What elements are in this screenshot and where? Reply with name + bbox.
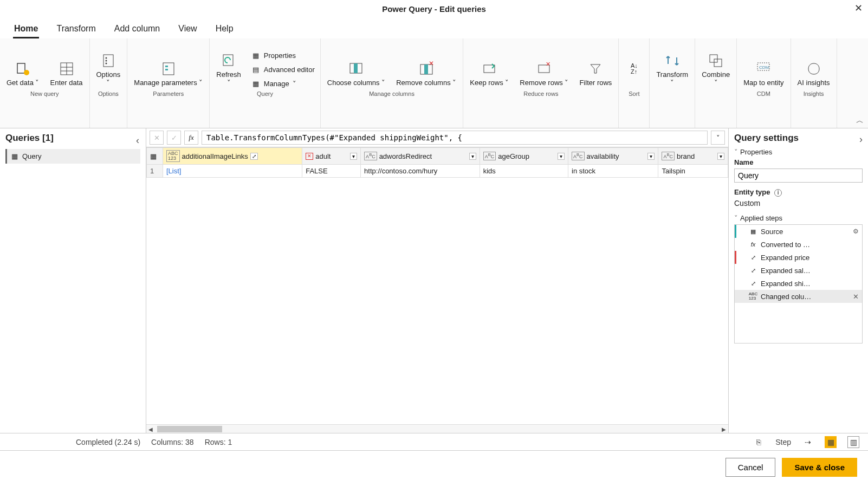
formula-input[interactable] [202, 131, 708, 145]
step-label: Expanded shi… [761, 280, 811, 288]
ribbon-group-parameters: Manage parameters ˅ Parameters [127, 38, 210, 128]
cancel-formula-icon[interactable]: ✕ [150, 131, 164, 145]
applied-step[interactable]: fxConverted to … [735, 238, 862, 251]
chevron-down-icon[interactable]: ˅ [734, 214, 738, 222]
cell[interactable]: Tailspin [658, 165, 728, 178]
accept-formula-icon[interactable]: ✓ [167, 131, 181, 145]
applied-step[interactable]: ⤢Expanded sal… [735, 264, 862, 277]
tab-help[interactable]: Help [215, 21, 235, 38]
choose-columns-button[interactable]: Choose columns ˅ [324, 58, 388, 89]
column-header-adult[interactable]: ✕adult▾ [302, 148, 361, 165]
properties-button[interactable]: ▦Properties [249, 49, 317, 61]
close-icon[interactable]: ✕ [854, 2, 863, 14]
horizontal-scrollbar[interactable]: ◀ ▶ [146, 424, 728, 433]
fx-icon[interactable]: fx [184, 131, 198, 145]
grid-view-icon[interactable]: ▦ [825, 436, 837, 448]
database-icon [14, 60, 31, 77]
combine-button[interactable]: Combine˅ [698, 50, 733, 89]
applied-step[interactable]: ▦Source⚙ [735, 225, 862, 238]
column-filter-icon[interactable]: ▾ [469, 153, 476, 160]
expand-formula-icon[interactable]: ˅ [711, 131, 725, 145]
svg-point-9 [105, 62, 107, 64]
column-header-availability[interactable]: ABCavailability▾ [568, 148, 658, 165]
tab-home[interactable]: Home [13, 21, 39, 38]
column-filter-icon[interactable]: ▾ [717, 153, 724, 160]
enter-data-button[interactable]: Enter data [47, 58, 86, 89]
transform-button[interactable]: Transform˅ [653, 50, 691, 89]
map-to-entity-button[interactable]: CDM Map to entity [740, 58, 787, 89]
get-data-button[interactable]: Get data ˅ [3, 58, 43, 89]
table-corner[interactable]: ▦ [147, 148, 163, 165]
column-header-ageGroup[interactable]: ABCageGroup▾ [480, 148, 568, 165]
save-close-button[interactable]: Save & close [782, 458, 857, 477]
text-type-icon: ABC [572, 152, 585, 160]
applied-step[interactable]: ⤢Expanded price [735, 251, 862, 264]
step-icon: ⤢ [749, 279, 757, 288]
ribbon-group-reduce-rows: Keep rows ˅ ✕ Remove rows ˅ Filter rows … [463, 38, 619, 128]
ribbon-group-new-query: Get data ˅ Enter data New query [0, 38, 90, 128]
sort-icon: A↓Z↑ [625, 60, 643, 77]
cell[interactable]: kids [480, 165, 568, 178]
tab-transform[interactable]: Transform [55, 21, 96, 38]
schema-view-icon[interactable]: ▥ [847, 436, 859, 448]
status-completed: Completed (2.24 s) [76, 438, 140, 446]
cancel-button[interactable]: Cancel [726, 458, 776, 477]
info-icon[interactable]: i [774, 189, 782, 197]
delete-step-icon[interactable]: ✕ [853, 293, 859, 301]
cell[interactable]: [List] [163, 165, 302, 178]
column-name: brand [677, 152, 695, 160]
column-header-adwordsRedirect[interactable]: ABCadwordsRedirect▾ [361, 148, 480, 165]
cell[interactable]: FALSE [302, 165, 361, 178]
diagram-view-icon[interactable]: ⇢ [802, 436, 814, 448]
tab-add-column[interactable]: Add column [113, 21, 161, 38]
column-name: ageGroup [498, 152, 529, 160]
scroll-left-icon[interactable]: ◀ [146, 425, 155, 433]
title-bar: Power Query - Edit queries ✕ [0, 0, 868, 17]
svg-text:CDM: CDM [759, 65, 769, 70]
query-item-label: Query [22, 152, 41, 160]
column-filter-icon[interactable]: ▾ [558, 153, 565, 160]
keep-rows-button[interactable]: Keep rows ˅ [467, 58, 512, 89]
remove-rows-button[interactable]: ✕ Remove rows ˅ [516, 58, 572, 89]
column-header-additionalImageLinks[interactable]: ABC123additionalImageLinks⤢ [163, 148, 302, 165]
combine-icon [707, 52, 724, 69]
chevron-down-icon[interactable]: ˅ [734, 148, 738, 156]
bool-type-icon: ✕ [306, 153, 313, 160]
remove-columns-button[interactable]: ✕ Remove columns ˅ [393, 58, 459, 89]
manage-query-button[interactable]: ▦Manage ˅ [249, 77, 317, 89]
sort-button[interactable]: A↓Z↑ [622, 58, 646, 89]
refresh-button[interactable]: Refresh˅ [213, 50, 244, 89]
options-button[interactable]: Options˅ [93, 50, 124, 89]
expand-column-icon[interactable]: ⤢ [250, 153, 258, 160]
scroll-right-icon[interactable]: ▶ [720, 425, 728, 433]
cell[interactable]: http://contoso.com/hury [361, 165, 480, 178]
applied-step[interactable]: ⤢Expanded shi… [735, 277, 862, 290]
column-name: adwordsRedirect [379, 152, 432, 160]
applied-step[interactable]: ABC123Changed colu…✕ [735, 290, 862, 303]
ribbon-group-insights: AI insights Insights [791, 38, 837, 128]
collapse-ribbon-icon[interactable]: ︿ [856, 116, 864, 126]
expand-settings-icon[interactable]: › [859, 134, 863, 145]
step-view-icon[interactable]: ⎘ [753, 436, 765, 448]
ai-insights-button[interactable]: AI insights [794, 58, 833, 89]
column-header-brand[interactable]: ABCbrand▾ [658, 148, 728, 165]
cell[interactable]: in stock [568, 165, 658, 178]
status-columns: Columns: 38 [151, 438, 194, 446]
choose-columns-icon [347, 60, 365, 77]
manage-parameters-button[interactable]: Manage parameters ˅ [131, 58, 206, 89]
settings-title: Query settings [734, 133, 863, 144]
query-name-input[interactable] [734, 169, 863, 183]
scroll-thumb[interactable] [157, 426, 222, 432]
query-item[interactable]: ▦ Query [5, 149, 140, 164]
tab-view[interactable]: View [177, 21, 198, 38]
advanced-editor-button[interactable]: ▤Advanced editor [249, 63, 317, 75]
column-filter-icon[interactable]: ▾ [350, 153, 357, 160]
ribbon-group-options: Options˅ Options [90, 38, 128, 128]
column-name: availability [587, 152, 619, 160]
column-filter-icon[interactable]: ▾ [647, 153, 655, 160]
table-row[interactable]: 1[List]FALSEhttp://contoso.com/hurykidsi… [147, 165, 728, 178]
gear-icon[interactable]: ⚙ [853, 228, 859, 235]
svg-rect-22 [710, 55, 717, 62]
collapse-queries-icon[interactable]: ‹ [136, 135, 139, 146]
filter-rows-button[interactable]: Filter rows [576, 58, 615, 89]
